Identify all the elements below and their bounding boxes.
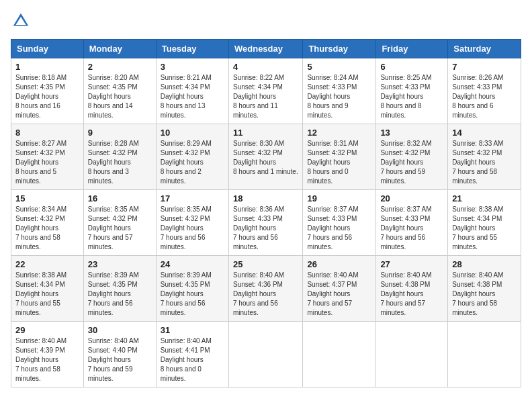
calendar-day-cell: 11 Sunrise: 8:30 AMSunset: 4:32 PMDaylig… bbox=[228, 124, 302, 190]
day-info: Sunrise: 8:39 AMSunset: 4:35 PMDaylight … bbox=[161, 271, 212, 316]
calendar-day-cell: 16 Sunrise: 8:35 AMSunset: 4:32 PMDaylig… bbox=[83, 190, 156, 256]
day-info: Sunrise: 8:35 AMSunset: 4:32 PMDaylight … bbox=[88, 205, 139, 250]
calendar-day-cell: 19 Sunrise: 8:37 AMSunset: 4:33 PMDaylig… bbox=[303, 190, 376, 256]
calendar-week-row: 1 Sunrise: 8:18 AMSunset: 4:35 PMDayligh… bbox=[11, 58, 521, 124]
day-info: Sunrise: 8:26 AMSunset: 4:33 PMDaylight … bbox=[452, 74, 503, 119]
day-number: 6 bbox=[380, 62, 443, 72]
day-number: 30 bbox=[88, 325, 152, 335]
calendar-day-cell: 31 Sunrise: 8:40 AMSunset: 4:41 PMDaylig… bbox=[156, 322, 228, 387]
day-info: Sunrise: 8:24 AMSunset: 4:33 PMDaylight … bbox=[307, 74, 358, 119]
calendar-header-saturday: Saturday bbox=[448, 40, 521, 58]
calendar-header-friday: Friday bbox=[376, 40, 448, 58]
day-info: Sunrise: 8:37 AMSunset: 4:33 PMDaylight … bbox=[380, 205, 431, 250]
day-info: Sunrise: 8:35 AMSunset: 4:32 PMDaylight … bbox=[161, 205, 212, 250]
day-info: Sunrise: 8:40 AMSunset: 4:37 PMDaylight … bbox=[307, 271, 358, 316]
calendar-day-cell: 7 Sunrise: 8:26 AMSunset: 4:33 PMDayligh… bbox=[448, 58, 521, 124]
calendar-day-cell bbox=[228, 322, 302, 387]
day-number: 31 bbox=[161, 325, 224, 335]
calendar-day-cell: 3 Sunrise: 8:21 AMSunset: 4:34 PMDayligh… bbox=[156, 58, 228, 124]
day-number: 19 bbox=[307, 193, 371, 203]
day-info: Sunrise: 8:31 AMSunset: 4:32 PMDaylight … bbox=[307, 140, 358, 185]
day-number: 13 bbox=[380, 128, 443, 138]
calendar-day-cell: 1 Sunrise: 8:18 AMSunset: 4:35 PMDayligh… bbox=[11, 58, 84, 124]
page-header bbox=[11, 11, 521, 31]
day-number: 20 bbox=[380, 193, 443, 203]
logo-icon bbox=[11, 11, 31, 31]
day-info: Sunrise: 8:22 AMSunset: 4:34 PMDaylight … bbox=[233, 74, 284, 119]
calendar-day-cell: 22 Sunrise: 8:38 AMSunset: 4:34 PMDaylig… bbox=[11, 256, 84, 322]
day-info: Sunrise: 8:39 AMSunset: 4:35 PMDaylight … bbox=[88, 271, 139, 316]
calendar-day-cell: 6 Sunrise: 8:25 AMSunset: 4:33 PMDayligh… bbox=[376, 58, 448, 124]
calendar-day-cell: 4 Sunrise: 8:22 AMSunset: 4:34 PMDayligh… bbox=[228, 58, 302, 124]
day-number: 4 bbox=[233, 62, 298, 72]
day-number: 5 bbox=[307, 62, 371, 72]
calendar-day-cell: 17 Sunrise: 8:35 AMSunset: 4:32 PMDaylig… bbox=[156, 190, 228, 256]
day-info: Sunrise: 8:34 AMSunset: 4:32 PMDaylight … bbox=[15, 205, 66, 250]
day-info: Sunrise: 8:38 AMSunset: 4:34 PMDaylight … bbox=[452, 205, 503, 250]
calendar-day-cell bbox=[376, 322, 448, 387]
day-info: Sunrise: 8:40 AMSunset: 4:39 PMDaylight … bbox=[15, 337, 66, 382]
calendar-week-row: 22 Sunrise: 8:38 AMSunset: 4:34 PMDaylig… bbox=[11, 256, 521, 322]
day-info: Sunrise: 8:30 AMSunset: 4:32 PMDaylight … bbox=[233, 140, 298, 175]
day-number: 15 bbox=[15, 193, 79, 203]
calendar-day-cell: 21 Sunrise: 8:38 AMSunset: 4:34 PMDaylig… bbox=[448, 190, 521, 256]
calendar-header-monday: Monday bbox=[83, 40, 156, 58]
calendar-header-sunday: Sunday bbox=[11, 40, 84, 58]
day-info: Sunrise: 8:40 AMSunset: 4:36 PMDaylight … bbox=[233, 271, 284, 316]
day-info: Sunrise: 8:37 AMSunset: 4:33 PMDaylight … bbox=[307, 205, 358, 250]
day-number: 2 bbox=[88, 62, 152, 72]
calendar-week-row: 15 Sunrise: 8:34 AMSunset: 4:32 PMDaylig… bbox=[11, 190, 521, 256]
calendar-header-row: SundayMondayTuesdayWednesdayThursdayFrid… bbox=[11, 40, 521, 58]
day-info: Sunrise: 8:38 AMSunset: 4:34 PMDaylight … bbox=[15, 271, 66, 316]
day-info: Sunrise: 8:18 AMSunset: 4:35 PMDaylight … bbox=[15, 74, 66, 119]
day-info: Sunrise: 8:33 AMSunset: 4:32 PMDaylight … bbox=[452, 140, 503, 185]
calendar-day-cell bbox=[448, 322, 521, 387]
calendar-day-cell: 12 Sunrise: 8:31 AMSunset: 4:32 PMDaylig… bbox=[303, 124, 376, 190]
calendar-day-cell: 28 Sunrise: 8:40 AMSunset: 4:38 PMDaylig… bbox=[448, 256, 521, 322]
calendar-day-cell: 30 Sunrise: 8:40 AMSunset: 4:40 PMDaylig… bbox=[83, 322, 156, 387]
day-number: 26 bbox=[307, 259, 371, 269]
day-number: 12 bbox=[307, 128, 371, 138]
day-number: 7 bbox=[452, 62, 517, 72]
calendar-header-thursday: Thursday bbox=[303, 40, 376, 58]
calendar-day-cell: 5 Sunrise: 8:24 AMSunset: 4:33 PMDayligh… bbox=[303, 58, 376, 124]
day-number: 23 bbox=[88, 259, 152, 269]
day-number: 9 bbox=[88, 128, 152, 138]
calendar-day-cell: 14 Sunrise: 8:33 AMSunset: 4:32 PMDaylig… bbox=[448, 124, 521, 190]
day-info: Sunrise: 8:27 AMSunset: 4:32 PMDaylight … bbox=[15, 140, 66, 185]
calendar-day-cell: 20 Sunrise: 8:37 AMSunset: 4:33 PMDaylig… bbox=[376, 190, 448, 256]
day-number: 28 bbox=[452, 259, 517, 269]
calendar-day-cell: 15 Sunrise: 8:34 AMSunset: 4:32 PMDaylig… bbox=[11, 190, 84, 256]
calendar-day-cell: 24 Sunrise: 8:39 AMSunset: 4:35 PMDaylig… bbox=[156, 256, 228, 322]
day-info: Sunrise: 8:20 AMSunset: 4:35 PMDaylight … bbox=[88, 74, 139, 119]
day-number: 1 bbox=[15, 62, 79, 72]
day-info: Sunrise: 8:40 AMSunset: 4:41 PMDaylight … bbox=[161, 337, 212, 382]
calendar-day-cell: 29 Sunrise: 8:40 AMSunset: 4:39 PMDaylig… bbox=[11, 322, 84, 387]
day-number: 21 bbox=[452, 193, 517, 203]
day-info: Sunrise: 8:40 AMSunset: 4:38 PMDaylight … bbox=[380, 271, 431, 316]
day-info: Sunrise: 8:32 AMSunset: 4:32 PMDaylight … bbox=[380, 140, 431, 185]
calendar-day-cell: 27 Sunrise: 8:40 AMSunset: 4:38 PMDaylig… bbox=[376, 256, 448, 322]
day-info: Sunrise: 8:28 AMSunset: 4:32 PMDaylight … bbox=[88, 140, 139, 185]
calendar-day-cell: 23 Sunrise: 8:39 AMSunset: 4:35 PMDaylig… bbox=[83, 256, 156, 322]
calendar-day-cell: 10 Sunrise: 8:29 AMSunset: 4:32 PMDaylig… bbox=[156, 124, 228, 190]
logo bbox=[11, 11, 34, 31]
day-number: 11 bbox=[233, 128, 298, 138]
day-number: 22 bbox=[15, 259, 79, 269]
day-number: 3 bbox=[161, 62, 224, 72]
day-info: Sunrise: 8:40 AMSunset: 4:38 PMDaylight … bbox=[452, 271, 503, 316]
day-info: Sunrise: 8:29 AMSunset: 4:32 PMDaylight … bbox=[161, 140, 212, 185]
day-info: Sunrise: 8:21 AMSunset: 4:34 PMDaylight … bbox=[161, 74, 212, 119]
day-info: Sunrise: 8:36 AMSunset: 4:33 PMDaylight … bbox=[233, 205, 284, 250]
calendar-day-cell: 2 Sunrise: 8:20 AMSunset: 4:35 PMDayligh… bbox=[83, 58, 156, 124]
calendar-week-row: 29 Sunrise: 8:40 AMSunset: 4:39 PMDaylig… bbox=[11, 322, 521, 387]
calendar-day-cell bbox=[303, 322, 376, 387]
calendar-week-row: 8 Sunrise: 8:27 AMSunset: 4:32 PMDayligh… bbox=[11, 124, 521, 190]
day-number: 16 bbox=[88, 193, 152, 203]
calendar-day-cell: 8 Sunrise: 8:27 AMSunset: 4:32 PMDayligh… bbox=[11, 124, 84, 190]
day-number: 18 bbox=[233, 193, 298, 203]
day-number: 8 bbox=[15, 128, 79, 138]
day-number: 25 bbox=[233, 259, 298, 269]
day-number: 24 bbox=[161, 259, 224, 269]
calendar-day-cell: 13 Sunrise: 8:32 AMSunset: 4:32 PMDaylig… bbox=[376, 124, 448, 190]
